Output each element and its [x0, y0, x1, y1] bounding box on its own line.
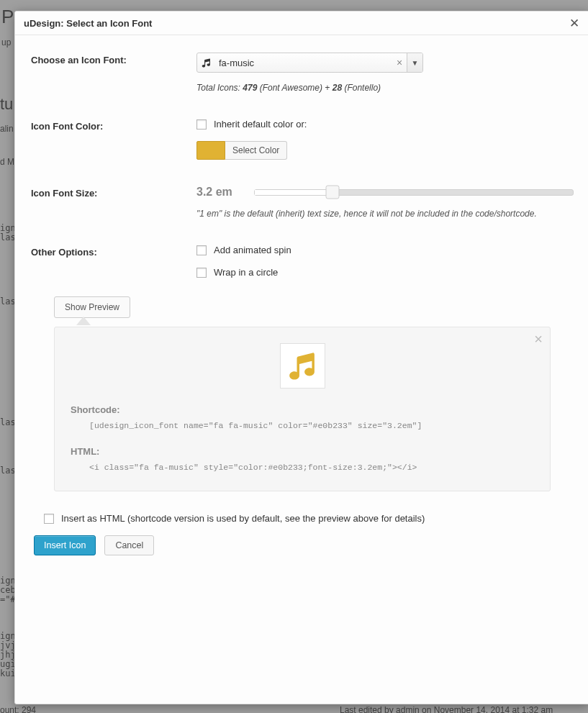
shortcode-heading: Shortcode:	[71, 404, 534, 415]
size-value: 3.2 em	[196, 186, 254, 199]
spin-checkbox[interactable]	[196, 245, 207, 255]
circle-checkbox[interactable]	[196, 268, 207, 278]
choose-font-label: Choose an Icon Font:	[31, 55, 127, 65]
inherit-color-text: Inherit default color or:	[214, 119, 307, 130]
chevron-down-icon[interactable]: ▼	[407, 53, 422, 72]
show-preview-button[interactable]: Show Preview	[54, 296, 130, 318]
icon-font-modal: uDesign: Select an Icon Font ✕ Choose an…	[14, 11, 588, 704]
size-note: "1 em" is the default (inherit) text siz…	[196, 209, 574, 219]
modal-body: Choose an Icon Font: fa-music × ▼ Total …	[15, 35, 588, 704]
other-options-label: Other Options:	[31, 247, 97, 258]
insert-as-html-label: Insert as HTML (shortcode version is use…	[61, 513, 425, 524]
slider-handle[interactable]	[326, 186, 340, 199]
insert-icon-button[interactable]: Insert Icon	[34, 535, 96, 555]
icon-font-select[interactable]: fa-music × ▼	[196, 53, 423, 73]
html-heading: HTML:	[71, 446, 534, 457]
modal-header: uDesign: Select an Icon Font ✕	[15, 12, 588, 35]
select-color-button[interactable]: Select Color	[225, 141, 287, 160]
total-icons-text: Total Icons: 479 (Font Awesome) + 28 (Fo…	[196, 83, 574, 93]
preview-panel: × Shortcode: [udesign_icon_font name="fa…	[54, 327, 551, 491]
icon-color-label: Icon Font Color:	[31, 121, 103, 132]
circle-label: Wrap in a circle	[214, 267, 278, 278]
close-icon[interactable]: ✕	[568, 17, 581, 29]
preview-icon	[280, 343, 325, 389]
color-swatch[interactable]	[196, 141, 225, 160]
inherit-color-checkbox[interactable]	[196, 119, 207, 130]
icon-size-label: Icon Font Size:	[31, 188, 97, 199]
insert-as-html-checkbox[interactable]	[44, 514, 54, 524]
preview-close-icon[interactable]: ×	[534, 332, 543, 346]
modal-title: uDesign: Select an Icon Font	[24, 18, 152, 29]
html-code: <i class="fa fa-music" style="color:#e0b…	[71, 463, 534, 472]
cancel-button[interactable]: Cancel	[104, 535, 154, 555]
clear-icon[interactable]: ×	[392, 57, 407, 68]
shortcode-code: [udesign_icon_font name="fa fa-music" co…	[71, 421, 534, 430]
icon-font-value: fa-music	[214, 58, 392, 68]
size-slider[interactable]	[254, 189, 574, 196]
music-icon	[197, 53, 214, 72]
preview-arrow	[77, 317, 90, 325]
spin-label: Add animated spin	[214, 245, 291, 255]
